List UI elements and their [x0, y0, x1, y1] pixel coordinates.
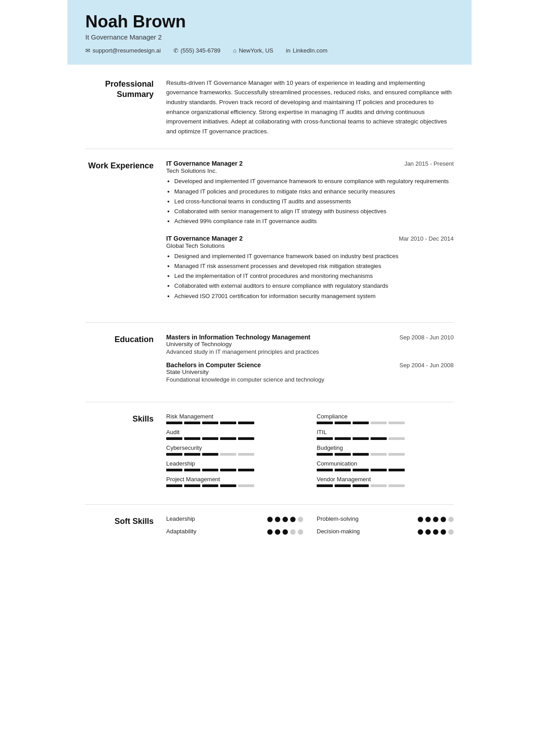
dot-filled — [441, 517, 446, 522]
soft-skill-left: Decision-making — [317, 528, 360, 536]
edu-header: Bachelors in Computer ScienceSep 2004 - … — [166, 361, 454, 369]
edu-date: Sep 2008 - Jun 2010 — [399, 334, 454, 341]
location-value: NewYork, US — [239, 47, 274, 54]
education-section: Education Masters in Information Technol… — [85, 334, 454, 389]
list-item: Developed and implemented IT governance … — [174, 177, 454, 186]
soft-skill-item: Decision-making — [317, 528, 454, 536]
dot-filled — [418, 517, 423, 522]
skill-name: ITIL — [317, 429, 454, 435]
summary-text: Results-driven IT Governance Manager wit… — [166, 78, 454, 136]
skill-segment-filled — [335, 484, 351, 487]
soft-skill-dots — [418, 517, 454, 522]
skill-item: Cybersecurity — [166, 444, 303, 456]
skill-segment-empty — [389, 437, 405, 440]
dot-filled — [275, 529, 280, 535]
skill-item: Vendor Management — [317, 476, 454, 487]
skill-segment-filled — [166, 469, 182, 471]
skill-segment-filled — [202, 453, 218, 456]
skill-segment-filled — [202, 422, 218, 424]
soft-skill-dots — [267, 529, 303, 535]
job-date: Jan 2015 - Present — [404, 160, 454, 167]
skill-name: Cybersecurity — [166, 444, 303, 451]
skill-segment-empty — [389, 422, 405, 424]
list-item: Collaborated with external auditors to e… — [174, 281, 454, 290]
summary-section: Professional Summary Results-driven IT G… — [85, 78, 454, 136]
soft-skill-dots — [267, 517, 303, 522]
skill-item: Audit — [166, 429, 303, 440]
skill-segment-filled — [166, 453, 182, 456]
skill-segment-empty — [220, 453, 236, 456]
skill-name: Budgeting — [317, 444, 454, 451]
dot-filled — [283, 529, 288, 535]
resume-header: Noah Brown It Governance Manager 2 ✉ sup… — [67, 0, 472, 65]
contact-bar: ✉ support@resumedesign.ai ✆ (555) 345-67… — [85, 47, 454, 54]
skill-item: Risk Management — [166, 413, 303, 424]
skill-segment-empty — [238, 453, 254, 456]
candidate-name: Noah Brown — [85, 13, 454, 31]
skill-segment-filled — [353, 437, 369, 440]
work-experience-label: Work Experience — [85, 160, 166, 309]
skill-segment-filled — [202, 469, 218, 471]
edu-header: Masters in Information Technology Manage… — [166, 334, 454, 341]
job-entry: IT Governance Manager 2Jan 2015 - Presen… — [166, 160, 454, 226]
skill-segment-filled — [220, 469, 236, 471]
skill-segment-filled — [166, 484, 182, 487]
email-value: support@resumedesign.ai — [93, 47, 161, 54]
dot-empty — [298, 529, 303, 535]
linkedin-value: LinkedIn.com — [293, 47, 327, 54]
skill-segment-filled — [166, 437, 182, 440]
skills-label: Skills — [85, 413, 166, 492]
skill-item: ITIL — [317, 429, 454, 440]
list-item: Collaborated with senior management to a… — [174, 207, 454, 216]
skill-segment-filled — [335, 437, 351, 440]
soft-skill-dots — [418, 529, 454, 535]
skill-segment-filled — [371, 437, 387, 440]
edu-desc: Advanced study in IT management principl… — [166, 348, 454, 355]
dot-filled — [275, 517, 280, 522]
skill-segment-empty — [389, 453, 405, 456]
divider-skills — [85, 504, 454, 505]
skill-segment-filled — [317, 453, 333, 456]
skill-bar — [317, 453, 454, 456]
edu-school: State University — [166, 369, 454, 375]
list-item: Designed and implemented IT governance f… — [174, 252, 454, 261]
soft-skill-name: Decision-making — [317, 528, 360, 535]
skill-segment-empty — [371, 484, 387, 487]
soft-skills-grid: LeadershipProblem-solvingAdaptabilityDec… — [166, 515, 454, 541]
summary-content: Results-driven IT Governance Manager wit… — [166, 78, 454, 136]
phone-value: (555) 345-6789 — [181, 47, 221, 54]
skill-segment-filled — [238, 437, 254, 440]
education-entry: Bachelors in Computer ScienceSep 2004 - … — [166, 361, 454, 383]
skill-segment-filled — [184, 453, 200, 456]
skill-item: Budgeting — [317, 444, 454, 456]
phone-contact: ✆ (555) 345-6789 — [173, 47, 221, 54]
candidate-title: It Governance Manager 2 — [85, 33, 454, 41]
email-contact: ✉ support@resumedesign.ai — [85, 47, 161, 54]
work-experience-section: Work Experience IT Governance Manager 2J… — [85, 160, 454, 309]
job-header: IT Governance Manager 2Jan 2015 - Presen… — [166, 160, 454, 167]
skills-section: Skills Risk ManagementComplianceAuditITI… — [85, 413, 454, 492]
skill-name: Communication — [317, 460, 454, 467]
list-item: Managed IT risk assessment processes and… — [174, 262, 454, 271]
list-item: Led the implementation of IT control pro… — [174, 272, 454, 281]
skill-bar — [166, 484, 303, 487]
soft-skill-item: Problem-solving — [317, 515, 454, 523]
location-contact: ⌂ NewYork, US — [233, 47, 274, 54]
skill-segment-filled — [317, 437, 333, 440]
skill-segment-filled — [317, 469, 333, 471]
linkedin-icon: in — [286, 47, 291, 54]
skill-segment-filled — [238, 422, 254, 424]
skill-bar — [166, 469, 303, 471]
skills-content: Risk ManagementComplianceAuditITILCybers… — [166, 413, 454, 492]
skill-bar — [317, 437, 454, 440]
dot-filled — [418, 529, 423, 535]
skill-segment-filled — [166, 422, 182, 424]
dot-filled — [283, 517, 288, 522]
skill-name: Vendor Management — [317, 476, 454, 483]
soft-skill-name: Adaptability — [166, 528, 196, 535]
skill-bar — [166, 422, 303, 424]
job-date: Mar 2010 - Dec 2014 — [399, 235, 454, 242]
skill-segment-filled — [389, 469, 405, 471]
skill-segment-filled — [184, 484, 200, 487]
resume-main: Professional Summary Results-driven IT G… — [67, 65, 472, 567]
